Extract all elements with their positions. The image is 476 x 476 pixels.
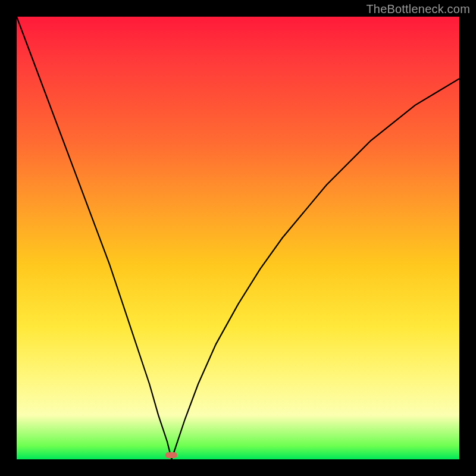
chart-frame: TheBottleneck.com [0, 0, 476, 476]
plot-area [17, 17, 459, 459]
minimum-marker [165, 452, 177, 458]
bottleneck-curve [17, 17, 459, 459]
attribution-text: TheBottleneck.com [366, 2, 470, 16]
